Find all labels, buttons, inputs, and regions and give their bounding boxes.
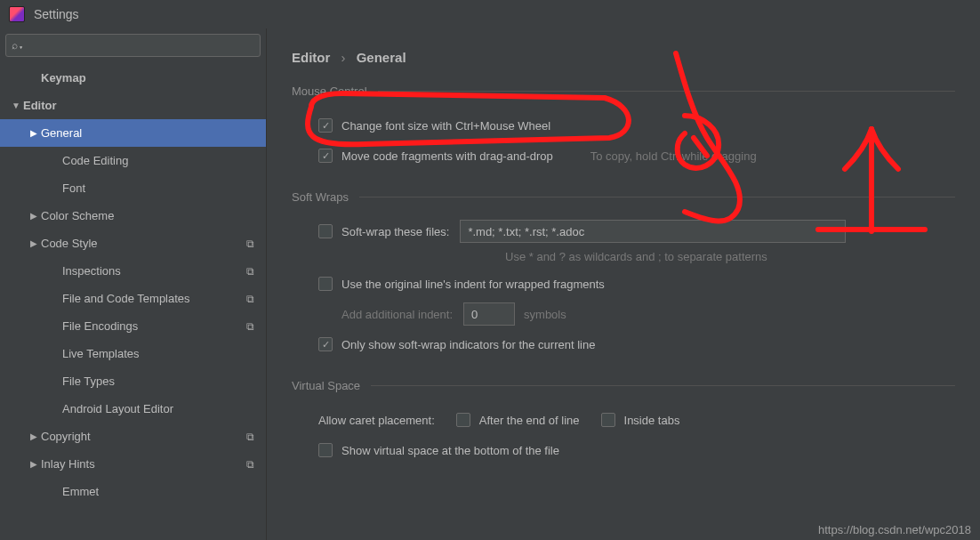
sidebar-item-android-layout-editor[interactable]: Android Layout Editor bbox=[0, 395, 266, 423]
sidebar-item-label: Copyright bbox=[41, 430, 243, 443]
breadcrumb: Editor › General bbox=[292, 50, 955, 65]
section-title-label: Mouse Control bbox=[292, 85, 367, 98]
sidebar-item-label: Live Templates bbox=[62, 347, 266, 360]
breadcrumb-separator-icon: › bbox=[341, 50, 346, 65]
sidebar-item-label: Android Layout Editor bbox=[62, 402, 266, 415]
chevron-right-icon[interactable]: ▶ bbox=[27, 457, 41, 471]
label-after-eol: After the end of line bbox=[479, 414, 580, 427]
sidebar-item-label: Editor bbox=[23, 99, 266, 112]
sidebar-item-file-and-code-templates[interactable]: File and Code Templates⧉ bbox=[0, 285, 266, 312]
checkbox-after-eol[interactable] bbox=[456, 413, 470, 427]
sidebar-item-code-editing[interactable]: Code Editing bbox=[0, 147, 266, 174]
section-title-label: Soft Wraps bbox=[292, 190, 349, 204]
settings-search-input[interactable] bbox=[5, 34, 261, 57]
sidebar-item-label: Color Scheme bbox=[41, 209, 266, 222]
section-mouse-control: Mouse Control bbox=[292, 85, 955, 98]
divider bbox=[371, 385, 955, 386]
sidebar-item-emmet[interactable]: Emmet bbox=[0, 478, 266, 505]
label-allow-caret: Allow caret placement: bbox=[318, 414, 435, 427]
sidebar-item-keymap[interactable]: Keymap bbox=[0, 64, 266, 92]
label-original-indent: Use the original line's indent for wrapp… bbox=[341, 278, 605, 291]
project-scope-icon: ⧉ bbox=[243, 237, 257, 251]
sidebar-item-label: Code Editing bbox=[62, 154, 266, 167]
sidebar-item-label: File Types bbox=[62, 375, 266, 388]
sidebar-item-label: Inlay Hints bbox=[41, 457, 243, 471]
section-title-label: Virtual Space bbox=[292, 379, 360, 392]
chevron-right-icon[interactable]: ▶ bbox=[27, 237, 41, 251]
breadcrumb-root[interactable]: Editor bbox=[292, 50, 330, 65]
sidebar-item-label: General bbox=[41, 126, 266, 140]
chevron-right-icon[interactable]: ▶ bbox=[27, 430, 41, 444]
sidebar-item-label: Inspections bbox=[62, 264, 243, 278]
arrow-spacer bbox=[48, 264, 62, 278]
titlebar: Settings bbox=[0, 0, 980, 28]
chevron-down-icon[interactable]: ▼ bbox=[9, 99, 23, 113]
label-change-font-size: Change font size with Ctrl+Mouse Wheel bbox=[341, 119, 550, 133]
sidebar-item-general[interactable]: ▶General bbox=[0, 119, 266, 147]
arrow-spacer bbox=[48, 319, 62, 334]
checkbox-original-indent[interactable] bbox=[318, 277, 333, 291]
sidebar-item-code-style[interactable]: ▶Code Style⧉ bbox=[0, 230, 266, 257]
arrow-spacer bbox=[48, 181, 62, 196]
label-soft-wrap-files: Soft-wrap these files: bbox=[341, 225, 449, 238]
chevron-right-icon[interactable]: ▶ bbox=[27, 126, 41, 141]
project-scope-icon: ⧉ bbox=[243, 457, 257, 471]
project-scope-icon: ⧉ bbox=[243, 319, 257, 334]
hint-hold-ctrl: To copy, hold Ctrl while dragging bbox=[590, 149, 757, 163]
checkbox-inside-tabs[interactable] bbox=[601, 413, 615, 427]
label-move-code-fragments: Move code fragments with drag-and-drop bbox=[341, 149, 553, 163]
sidebar: Keymap▼Editor▶GeneralCode EditingFont▶Co… bbox=[0, 28, 267, 540]
content-panel: Editor › General Mouse Control ✓ Change … bbox=[267, 28, 980, 540]
sidebar-item-copyright[interactable]: ▶Copyright⧉ bbox=[0, 423, 266, 450]
label-symbols: symbols bbox=[524, 308, 566, 321]
project-scope-icon: ⧉ bbox=[243, 292, 257, 306]
sidebar-item-inspections[interactable]: Inspections⧉ bbox=[0, 257, 266, 285]
sidebar-item-inlay-hints[interactable]: ▶Inlay Hints⧉ bbox=[0, 450, 266, 478]
arrow-spacer bbox=[27, 71, 41, 85]
settings-tree: Keymap▼Editor▶GeneralCode EditingFont▶Co… bbox=[0, 62, 266, 540]
arrow-spacer bbox=[48, 485, 62, 499]
divider bbox=[378, 91, 955, 92]
section-virtual-space: Virtual Space bbox=[292, 379, 955, 392]
sidebar-item-label: Emmet bbox=[62, 485, 266, 498]
project-scope-icon: ⧉ bbox=[243, 264, 257, 278]
section-soft-wraps: Soft Wraps bbox=[292, 190, 955, 204]
sidebar-item-label: File Encodings bbox=[62, 319, 243, 333]
sidebar-item-label: Font bbox=[62, 181, 266, 195]
wildcard-caption: Use * and ? as wildcards and ; to separa… bbox=[292, 250, 955, 263]
checkbox-only-show-indicators[interactable]: ✓ bbox=[318, 337, 333, 351]
soft-wrap-patterns-input[interactable] bbox=[460, 220, 846, 243]
additional-indent-input[interactable] bbox=[463, 302, 515, 326]
sidebar-item-file-types[interactable]: File Types bbox=[0, 367, 266, 395]
label-show-virtual-space: Show virtual space at the bottom of the … bbox=[341, 444, 559, 457]
sidebar-item-file-encodings[interactable]: File Encodings⧉ bbox=[0, 312, 266, 340]
label-additional-indent: Add additional indent: bbox=[341, 308, 453, 321]
project-scope-icon: ⧉ bbox=[243, 430, 257, 444]
sidebar-item-color-scheme[interactable]: ▶Color Scheme bbox=[0, 202, 266, 230]
checkbox-soft-wrap-files[interactable] bbox=[318, 224, 333, 238]
sidebar-item-editor[interactable]: ▼Editor bbox=[0, 92, 266, 119]
arrow-spacer bbox=[48, 347, 62, 361]
sidebar-item-label: Keymap bbox=[41, 71, 266, 85]
label-inside-tabs: Inside tabs bbox=[624, 414, 680, 427]
sidebar-item-label: File and Code Templates bbox=[62, 292, 243, 305]
arrow-spacer bbox=[48, 402, 62, 416]
arrow-spacer bbox=[48, 375, 62, 389]
checkbox-move-code-fragments[interactable]: ✓ bbox=[318, 149, 333, 163]
checkbox-change-font-size[interactable]: ✓ bbox=[318, 118, 333, 133]
chevron-right-icon[interactable]: ▶ bbox=[27, 209, 41, 223]
sidebar-item-font[interactable]: Font bbox=[0, 174, 266, 202]
breadcrumb-leaf: General bbox=[357, 50, 406, 65]
app-icon bbox=[9, 6, 25, 22]
sidebar-item-live-templates[interactable]: Live Templates bbox=[0, 340, 266, 367]
label-only-show-indicators: Only show soft-wrap indicators for the c… bbox=[341, 338, 595, 351]
checkbox-show-virtual-space[interactable] bbox=[318, 443, 333, 457]
window-title: Settings bbox=[34, 7, 79, 21]
arrow-spacer bbox=[48, 154, 62, 168]
sidebar-item-label: Code Style bbox=[41, 237, 243, 250]
divider bbox=[359, 197, 955, 197]
arrow-spacer bbox=[48, 292, 62, 306]
watermark: https://blog.csdn.net/wpc2018 bbox=[818, 523, 971, 536]
